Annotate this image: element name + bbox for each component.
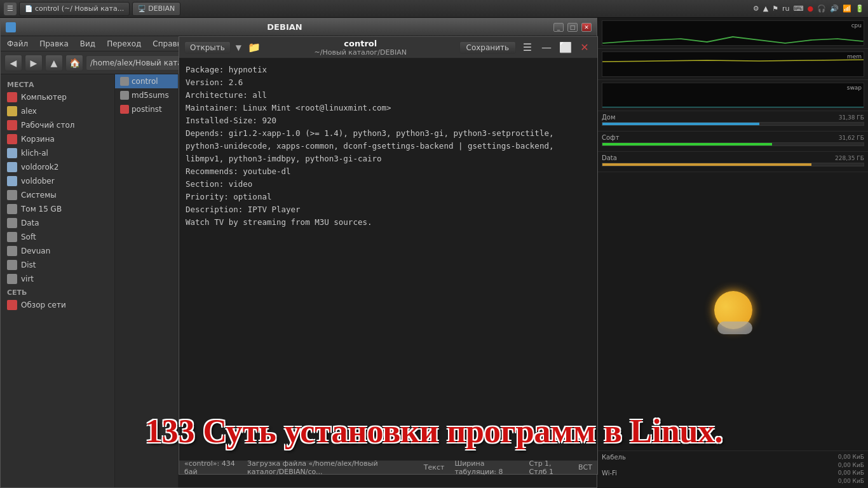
sidebar-item-voldober[interactable]: voldober (1, 174, 114, 188)
sidebar-item-tom[interactable]: Том 15 GB (1, 202, 114, 216)
sidebar-header-places: Места (1, 78, 114, 90)
disk-section-soft: Софт 31,62 ГБ (598, 132, 868, 152)
fm-title-icon (6, 22, 16, 32)
sidebar-item-computer[interactable]: Компьютер (1, 90, 114, 104)
sidebar-item-desktop[interactable]: Рабочий стол (1, 118, 114, 132)
fm-menu-go[interactable]: Переход (104, 38, 144, 50)
sidebar-item-dist[interactable]: Dist (1, 258, 114, 272)
file-icon-postinst (120, 105, 129, 114)
fm-home-btn[interactable]: 🏠 (65, 55, 83, 71)
taskbar: ☰ 📄 control (~/ Новый ката... 🖥️ DEBIAN … (0, 0, 868, 18)
sidebar-label-trash: Корзина (21, 135, 55, 144)
taskbar-btn-control-label: control (~/ Новый ката... (35, 4, 124, 13)
file-icon-md5 (120, 91, 129, 100)
sidebar-label-devuan: Devuan (21, 247, 50, 255)
fm-close-btn[interactable]: ✕ (581, 23, 592, 32)
disk-label-data: Data (602, 154, 617, 161)
network-val-wifi2: 0,00 КиБ (838, 478, 864, 484)
sidebar-label-soft: Soft (21, 233, 36, 241)
sidebar-icon-voldorok (7, 162, 17, 172)
sidebar-item-klich[interactable]: klich-al (1, 146, 114, 160)
editor-status-mode: ВСТ (578, 463, 592, 471)
taskbar-btn-control[interactable]: 📄 control (~/ Новый ката... (19, 2, 130, 16)
sidebar-header-network: Сеть (1, 286, 114, 298)
sidebar-item-data[interactable]: Data (1, 216, 114, 230)
main-area: DEBIAN _ □ ✕ Файл Правка Вид Переход Спр… (0, 18, 868, 488)
tray-red-dot[interactable]: ● (807, 4, 813, 13)
editor-folder-icon[interactable]: 📁 (247, 40, 262, 55)
editor-maximize-icon[interactable]: ⬜ (558, 40, 573, 55)
sidebar-label-data: Data (21, 219, 39, 227)
fm-menu-view[interactable]: Вид (78, 38, 98, 50)
fm-filelist: control md5sums postinst (115, 74, 179, 487)
tray-volume-icon[interactable]: 🔊 (830, 4, 839, 13)
fm-back-btn[interactable]: ◀ (4, 55, 22, 71)
network-val-cable: 0,00 КиБ (838, 454, 864, 461)
sidebar-icon-desktop (7, 120, 17, 130)
right-panel: cpu mem swap (597, 18, 868, 488)
editor-menu-icon[interactable]: ☰ (520, 40, 535, 55)
file-item-md5[interactable]: md5sums (115, 88, 178, 102)
file-label-md5: md5sums (132, 91, 169, 100)
editor-close-icon[interactable]: ✕ (577, 40, 592, 55)
taskbar-btn-debian-label: DEBIAN (148, 4, 175, 13)
taskbar-btn-control-icon: 📄 (25, 5, 32, 12)
tray-flag-icon[interactable]: ⚑ (772, 4, 778, 13)
sidebar-label-network-browse: Обзор сети (21, 301, 66, 309)
swap-chart: swap (602, 83, 864, 108)
sidebar-item-voldorok[interactable]: voldorok2 (1, 160, 114, 174)
editor-save-btn[interactable]: Сохранить (459, 41, 517, 54)
tray-lang[interactable]: ru (782, 4, 790, 13)
tray-headphone-icon[interactable]: 🎧 (817, 4, 826, 13)
editor-open-arrow-icon: ▼ (236, 43, 241, 52)
sidebar-item-network-browse[interactable]: Обзор сети (1, 298, 114, 312)
sidebar-item-alex[interactable]: alex (1, 104, 114, 118)
sidebar-item-virt[interactable]: virt (1, 272, 114, 286)
file-item-control[interactable]: control (115, 74, 178, 88)
fm-title-text: DEBIAN (20, 22, 550, 32)
sidebar-item-devuan[interactable]: Devuan (1, 244, 114, 258)
editor-line-3: Architecture: all (186, 89, 591, 102)
fm-maximize-btn[interactable]: □ (567, 23, 578, 32)
file-item-postinst[interactable]: postinst (115, 102, 178, 116)
disk-bar-soft (602, 142, 864, 146)
sidebar-label-alex: alex (21, 107, 37, 116)
tray-network-icon[interactable]: ⚙ (753, 4, 759, 13)
sidebar-icon-trash (7, 134, 17, 144)
swap-monitor: swap (598, 80, 868, 111)
file-icon-control (120, 77, 129, 86)
editor-open-btn[interactable]: Открыть (184, 41, 231, 54)
network-label-wifi: Wi-Fi (602, 470, 617, 477)
fm-forward-btn[interactable]: ▶ (25, 55, 43, 71)
editor-line-4: Maintainer: Linux Mint <root@linuxmint.c… (186, 102, 591, 114)
editor-line-11: Watch TV by streaming from M3U sources. (186, 216, 591, 229)
editor-content[interactable]: Package: hypnotix Version: 2.6 Architect… (179, 58, 597, 460)
disk-val-home: 31,38 ГБ (839, 114, 864, 121)
sidebar-label-computer: Компьютер (21, 93, 67, 102)
tray-net-icon[interactable]: 📶 (843, 4, 851, 13)
editor-status-tab: Ширина табуляции: 8 (454, 459, 519, 476)
sidebar-item-soft[interactable]: Soft (1, 230, 114, 244)
editor-header-title: control ~/Новый каталог/DEBIAN (267, 39, 454, 57)
tray-battery-icon[interactable]: 🔋 (855, 4, 864, 13)
sidebar-item-systems[interactable]: Системы (1, 188, 114, 202)
fm-up-btn[interactable]: ▲ (45, 55, 63, 71)
sidebar-label-tom: Том 15 GB (21, 205, 62, 214)
disk-val-soft: 31,62 ГБ (839, 135, 864, 141)
sidebar-icon-devuan (7, 246, 17, 256)
taskbar-btn-debian[interactable]: 🖥️ DEBIAN (132, 2, 180, 16)
filemanager-window: DEBIAN _ □ ✕ Файл Правка Вид Переход Спр… (0, 18, 597, 488)
mem-chart-label: mem (847, 53, 862, 60)
network-val-cable2: 0,00 КиБ (838, 462, 864, 468)
tray-update-icon[interactable]: ▲ (763, 4, 768, 13)
taskbar-system-icon[interactable]: ☰ (4, 3, 17, 15)
sidebar-item-trash[interactable]: Корзина (1, 132, 114, 146)
tray-kbd-icon[interactable]: ⌨ (794, 4, 804, 13)
fm-minimize-btn[interactable]: _ (553, 23, 564, 32)
fm-menu-file[interactable]: Файл (4, 38, 31, 50)
fm-menu-edit[interactable]: Правка (37, 38, 71, 50)
editor-line-5: Installed-Size: 920 (186, 114, 591, 127)
sidebar-label-virt: virt (21, 274, 34, 283)
editor-window: Открыть ▼ 📁 control ~/Новый каталог/DEBI… (179, 36, 598, 475)
fm-titlebar: DEBIAN _ □ ✕ (1, 18, 597, 36)
